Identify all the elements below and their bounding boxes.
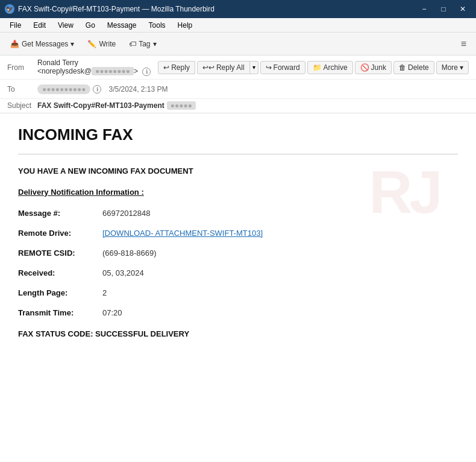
more-arrow: ▾ — [460, 63, 463, 72]
reply-all-button[interactable]: ↩↩ Reply All — [197, 61, 250, 74]
delete-icon: 🗑 — [399, 63, 406, 72]
menu-view[interactable]: View — [53, 20, 78, 31]
close-button[interactable]: ✕ — [454, 3, 471, 15]
get-messages-button[interactable]: 📥 Get Messages ▾ — [5, 37, 80, 51]
email-header: From Ronald Terry <noreplysdesk@●●●●●●●●… — [0, 55, 476, 113]
menubar: File Edit View Go Message Tools Help — [0, 18, 476, 33]
email-body-wrapper: RJ INCOMING FAX YOU HAVE A NEW INCOMING … — [0, 113, 476, 462]
field-label-csid: REMOTE CSID: — [18, 248, 102, 258]
forward-icon: ↪ — [266, 63, 272, 72]
fax-divider — [18, 154, 458, 154]
field-value-received: 05, 03,2024 — [102, 268, 144, 277]
menu-message[interactable]: Message — [102, 20, 142, 31]
menu-tools[interactable]: Tools — [144, 20, 171, 31]
fax-field-transmit: Transmit Time: 07:20 — [18, 308, 458, 317]
body-content: INCOMING FAX YOU HAVE A NEW INCOMING FAX… — [18, 125, 458, 338]
field-value-transmit: 07:20 — [102, 308, 122, 317]
forward-button[interactable]: ↪ Forward — [260, 61, 305, 74]
field-label-transmit: Transmit Time: — [18, 308, 102, 317]
app-icon: 🦅 — [5, 4, 14, 14]
archive-label: Archive — [324, 63, 348, 72]
subject-extra: ●●●●● — [167, 101, 196, 110]
email-date: 3/5/2024, 2:13 PM — [108, 85, 168, 93]
reply-group: ↩ Reply — [158, 61, 195, 74]
fax-field-remote-drive: Remote Drive: [DOWNLOAD- ATTACHMENT-SWIF… — [18, 229, 458, 238]
write-label: Write — [99, 40, 116, 48]
forward-label: Forward — [274, 63, 300, 72]
hamburger-menu-button[interactable]: ≡ — [456, 36, 471, 52]
fax-field-length: Length Page: 2 — [18, 288, 458, 297]
from-info-icon[interactable]: ℹ — [142, 68, 151, 76]
field-label-received: Received: — [18, 268, 102, 277]
archive-icon: 📁 — [313, 63, 322, 72]
fax-field-received: Received: 05, 03,2024 — [18, 268, 458, 277]
get-messages-label: Get Messages — [22, 40, 68, 48]
write-button[interactable]: ✏️ Write — [82, 37, 121, 51]
minimize-button[interactable]: − — [416, 3, 433, 15]
from-label: From — [7, 63, 37, 72]
fax-section-title: Delivery Notification Information : — [18, 188, 458, 197]
titlebar: 🦅 FAX Swift-Copy#Ref-MT103-Payment — Moz… — [0, 0, 476, 18]
reply-all-icon: ↩↩ — [202, 63, 215, 72]
from-row: From Ronald Terry <noreplysdesk@●●●●●●●●… — [0, 55, 476, 80]
to-row: To ●●●●●●●●●● ℹ 3/5/2024, 2:13 PM — [0, 80, 476, 99]
more-label: More — [442, 63, 458, 72]
subject-row: Subject FAX Swift-Copy#Ref-MT103-Payment… — [0, 99, 476, 113]
maximize-button[interactable]: □ — [435, 3, 452, 15]
menu-file[interactable]: File — [5, 20, 26, 31]
menu-edit[interactable]: Edit — [28, 20, 51, 31]
fax-title: INCOMING FAX — [18, 125, 458, 144]
email-action-buttons: ↩ Reply ↩↩ Reply All ▾ ↪ Forward 📁 — [158, 61, 469, 74]
email-body: RJ INCOMING FAX YOU HAVE A NEW INCOMING … — [0, 113, 476, 350]
junk-button[interactable]: 🚫 Junk — [355, 61, 392, 74]
field-label-remote-drive: Remote Drive: — [18, 229, 102, 238]
field-value-length: 2 — [102, 288, 107, 297]
junk-icon: 🚫 — [360, 63, 369, 72]
from-value: Ronald Terry <noreplysdesk@●●●●●●●●> ℹ — [37, 59, 158, 76]
to-value: ●●●●●●●●●● — [37, 84, 90, 94]
junk-label: Junk — [371, 63, 386, 72]
field-label-length: Length Page: — [18, 288, 102, 297]
field-value-message: 66972012848 — [102, 209, 151, 218]
toolbar: 📥 Get Messages ▾ ✏️ Write 🏷 Tag ▾ ≡ — [0, 33, 476, 55]
field-value-csid: (669-818-8669) — [102, 248, 157, 258]
fax-subtitle: YOU HAVE A NEW INCOMING FAX DOCUMENT — [18, 166, 458, 176]
fax-field-message: Message #: 66972012848 — [18, 209, 458, 218]
reply-icon: ↩ — [163, 63, 169, 72]
delete-button[interactable]: 🗑 Delete — [393, 61, 434, 74]
reply-button[interactable]: ↩ Reply — [158, 61, 195, 74]
tag-icon: 🏷 — [129, 40, 136, 48]
subject-value: FAX Swift-Copy#Ref-MT103-Payment — [37, 101, 164, 110]
field-label-message: Message #: — [18, 209, 102, 218]
get-messages-icon: 📥 — [10, 40, 19, 48]
write-icon: ✏️ — [87, 40, 96, 48]
tag-arrow: ▾ — [153, 40, 157, 48]
download-link[interactable]: [DOWNLOAD- ATTACHMENT-SWIFT-MT103] — [102, 229, 263, 238]
get-messages-arrow: ▾ — [70, 40, 74, 48]
to-label: To — [7, 85, 37, 93]
tag-button[interactable]: 🏷 Tag ▾ — [124, 37, 161, 51]
menu-help[interactable]: Help — [173, 20, 198, 31]
reply-all-label: Reply All — [216, 63, 245, 72]
fax-field-csid: REMOTE CSID: (669-818-8669) — [18, 248, 458, 258]
more-button[interactable]: More ▾ — [436, 61, 469, 74]
reply-label: Reply — [171, 63, 190, 72]
window-controls: − □ ✕ — [416, 3, 471, 15]
archive-button[interactable]: 📁 Archive — [307, 61, 353, 74]
main-content: From Ronald Terry <noreplysdesk@●●●●●●●●… — [0, 55, 476, 462]
to-info-icon[interactable]: ℹ — [93, 85, 101, 93]
from-name: Ronald Terry <noreplysdesk@●●●●●●●●> — [37, 59, 138, 75]
menu-go[interactable]: Go — [81, 20, 100, 31]
window-title: FAX Swift-Copy#Ref-MT103-Payment — Mozil… — [18, 5, 215, 13]
titlebar-left: 🦅 FAX Swift-Copy#Ref-MT103-Payment — Moz… — [5, 4, 215, 14]
reply-all-arrow[interactable]: ▾ — [250, 61, 258, 74]
delete-label: Delete — [408, 63, 429, 72]
subject-label: Subject — [7, 101, 37, 110]
tag-label: Tag — [139, 40, 150, 48]
fax-status: FAX STATUS CODE: SUCCESSFUL DELIVERY — [18, 329, 458, 338]
reply-all-group: ↩↩ Reply All ▾ — [197, 61, 258, 74]
